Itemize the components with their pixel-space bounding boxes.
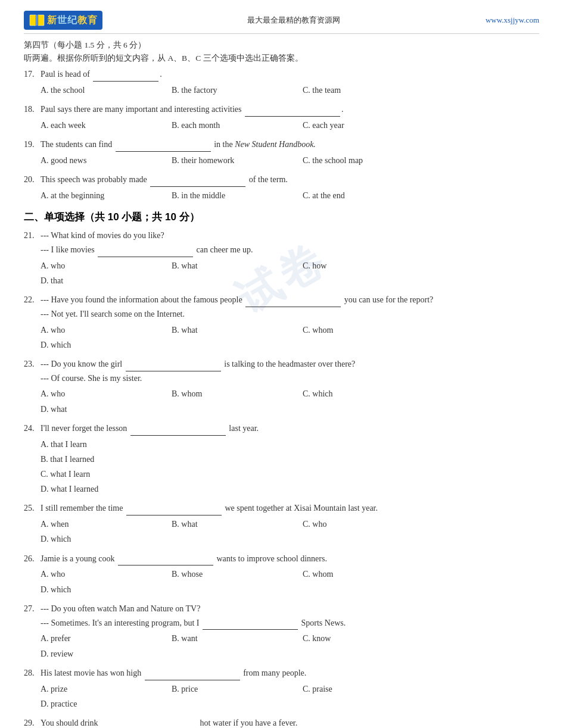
section2: 二、单项选择（共 10 小题；共 10 分） 21. --- What kind… — [24, 210, 539, 728]
q17-optA: A. the school — [41, 83, 172, 98]
q23-optC: C. which — [303, 386, 434, 401]
section4: 第四节（每小题 1.5 分，共 6 分） 听两遍。根据你所听到的短文内容，从 A… — [24, 40, 539, 203]
q23-text1: --- Do you know the girl is talking to t… — [41, 357, 539, 371]
q17-optB: B. the factory — [172, 83, 303, 98]
q22-optA: A. who — [41, 323, 172, 338]
q28-optD: D. practice — [41, 696, 172, 711]
question-23: 23. --- Do you know the girl is talking … — [24, 357, 539, 417]
q27-optA: A. prefer — [41, 631, 172, 646]
q24-optB: B. that I learned — [41, 452, 291, 467]
q24-line1: 24. I'll never forget the lesson last ye… — [24, 421, 539, 436]
header-right: www.xsjjyw.com — [486, 15, 539, 25]
q25-optD: D. which — [41, 532, 172, 546]
question-26: 26. Jamie is a young cook wants to impro… — [24, 552, 539, 597]
q20-options: A. at the beginning B. in the middle C. … — [41, 188, 539, 203]
q27-num: 27. — [24, 602, 41, 616]
q21-options: A. who B. what C. how D. that — [41, 258, 539, 288]
q25-optC: C. who — [303, 517, 434, 532]
q27-text2: --- Sometimes. It's an interesting progr… — [41, 616, 539, 630]
question-27: 27. --- Do you often watch Man and Natur… — [24, 602, 539, 661]
q24-optD: D. what I learned — [41, 482, 291, 496]
q25-options: A. when B. what C. who D. which — [41, 517, 539, 546]
question-28: 28. His latest movie has won high from m… — [24, 666, 539, 711]
q26-optD: D. which — [41, 582, 172, 597]
q21-optA: A. who — [41, 258, 172, 273]
q20-blank — [150, 186, 245, 187]
question-25: 25. I still remember the time we spent t… — [24, 501, 539, 546]
q21-text2: --- I like movies can cheer me up. — [41, 243, 539, 257]
q25-optA: A. when — [41, 517, 172, 532]
q26-optB: B. whose — [172, 567, 303, 582]
q26-options: A. who B. whose C. whom D. which — [41, 567, 539, 596]
q23-text2: --- Of course. She is my sister. — [41, 371, 539, 386]
section2-title: 二、单项选择（共 10 小题；共 10 分） — [24, 210, 539, 224]
q28-line1: 28. His latest movie has won high from m… — [24, 666, 539, 680]
q28-text1: His latest movie has won high from many … — [41, 666, 539, 680]
question-17: 17. Paul is head of . A. the school B. t… — [24, 67, 539, 98]
question-24: 24. I'll never forget the lesson last ye… — [24, 421, 539, 497]
q21-optD: D. that — [41, 273, 172, 288]
q22-blank — [245, 307, 341, 307]
q17-options: A. the school B. the factory C. the team — [41, 83, 539, 98]
q20-text: This speech was probably made of the ter… — [41, 173, 539, 187]
q22-optD: D. which — [41, 338, 172, 352]
q19-optB: B. their homework — [172, 153, 303, 168]
q29-num: 29. — [24, 716, 41, 728]
q27-optB: B. want — [172, 631, 303, 646]
q29-text1: You should drink hot water if you have a… — [41, 716, 539, 728]
q25-line1: 25. I still remember the time we spent t… — [24, 501, 539, 515]
q25-text1: I still remember the time we spent toget… — [41, 501, 539, 515]
q23-options: A. who B. whom C. which D. what — [41, 386, 539, 416]
q21-optC: C. how — [303, 258, 434, 273]
q18-options: A. each week B. each month C. each year — [41, 118, 539, 133]
q28-optB: B. price — [172, 682, 303, 696]
q29-line1: 29. You should drink hot water if you ha… — [24, 716, 539, 728]
content: 新世纪教育 最大最全最精的教育资源网 www.xsjjyw.com 第四节（每小… — [24, 11, 539, 728]
q26-line1: 26. Jamie is a young cook wants to impro… — [24, 552, 539, 566]
q23-num: 23. — [24, 357, 41, 371]
q24-num: 24. — [24, 421, 41, 436]
q24-text1: I'll never forget the lesson last year. — [41, 421, 539, 436]
q21-blank — [98, 257, 193, 257]
q18-text: Paul says there are many important and i… — [41, 102, 539, 117]
q28-optC: C. praise — [303, 682, 434, 696]
q26-num: 26. — [24, 552, 41, 566]
q28-blank — [145, 680, 240, 680]
header: 新世纪教育 最大最全最精的教育资源网 www.xsjjyw.com — [24, 11, 539, 34]
q23-optB: B. whom — [172, 386, 303, 401]
q24-optC: C. what I learn — [41, 467, 291, 482]
q17-line: 17. Paul is head of . — [24, 67, 539, 82]
question-21: 21. --- What kind of movies do you like?… — [24, 229, 539, 288]
svg-rect-1 — [38, 15, 44, 26]
q25-optB: B. what — [172, 517, 303, 532]
q21-text1: --- What kind of movies do you like? — [41, 229, 539, 243]
q26-blank — [118, 565, 213, 565]
page: 试卷 新世纪教育 最大最全最精的教育资源网 w — [0, 0, 563, 728]
q18-optC: C. each year — [303, 118, 434, 133]
q22-optB: B. what — [172, 323, 303, 338]
q20-line: 20. This speech was probably made of the… — [24, 173, 539, 187]
q17-optC: C. the team — [303, 83, 434, 98]
q19-optA: A. good news — [41, 153, 172, 168]
question-18: 18. Paul says there are many important a… — [24, 102, 539, 133]
q22-options: A. who B. what C. whom D. which — [41, 323, 539, 352]
q23-optD: D. what — [41, 402, 172, 417]
question-19: 19. The students can find in the New Stu… — [24, 138, 539, 168]
logo-text: 新世纪教育 — [47, 14, 98, 27]
q25-blank — [126, 515, 222, 515]
q19-text: The students can find in the New Student… — [41, 138, 539, 152]
q28-optA: A. prize — [41, 682, 172, 696]
q19-blank — [116, 151, 211, 152]
q18-num: 18. — [24, 102, 41, 117]
q28-num: 28. — [24, 666, 41, 680]
logo-box: 新世纪教育 — [24, 11, 102, 30]
q20-optC: C. at the end — [303, 188, 434, 203]
q21-optB: B. what — [172, 258, 303, 273]
q17-num: 17. — [24, 67, 41, 82]
q17-text: Paul is head of . — [41, 67, 539, 82]
q18-line: 18. Paul says there are many important a… — [24, 102, 539, 117]
q23-line1: 23. --- Do you know the girl is talking … — [24, 357, 539, 371]
q22-text1: --- Have you found the information about… — [41, 293, 539, 307]
book-icon — [29, 13, 45, 27]
q20-optA: A. at the beginning — [41, 188, 172, 203]
